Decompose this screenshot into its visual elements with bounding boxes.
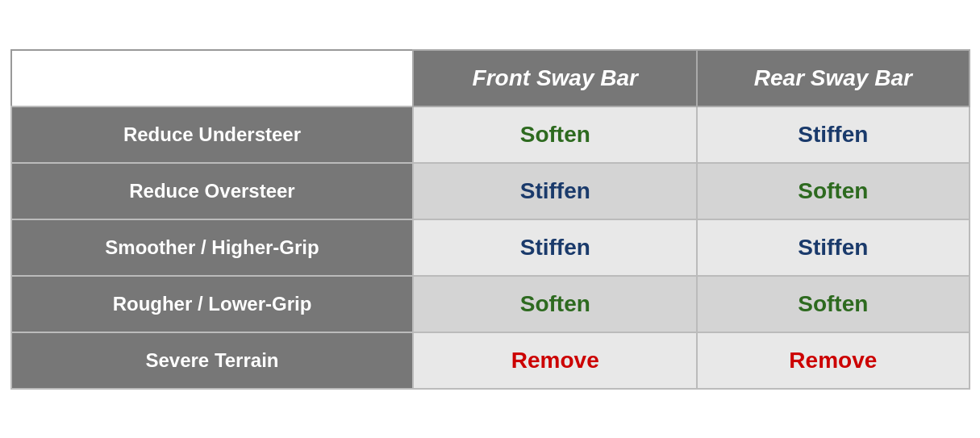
rear-value-text: Stiffen <box>798 122 868 147</box>
rear-value: Soften <box>697 163 969 219</box>
row-label: Rougher / Lower-Grip <box>11 276 414 332</box>
table-row: Reduce OversteerStiffenSoften <box>11 163 970 219</box>
front-value-text: Soften <box>520 122 590 147</box>
table-row: Smoother / Higher-GripStiffenStiffen <box>11 219 970 276</box>
front-value-text: Stiffen <box>520 235 590 260</box>
rear-value-text: Remove <box>789 348 877 373</box>
header-empty-cell <box>11 50 414 106</box>
rear-value-text: Soften <box>798 178 868 203</box>
front-value: Stiffen <box>413 219 697 276</box>
header-front-sway-bar: Front Sway Bar <box>413 50 697 106</box>
table-row: Reduce UndersteerSoftenStiffen <box>11 106 970 163</box>
table-row: Rougher / Lower-GripSoftenSoften <box>11 276 970 332</box>
sway-bar-table: Front Sway Bar Rear Sway Bar Reduce Unde… <box>10 49 970 390</box>
front-value-text: Remove <box>511 348 599 373</box>
front-value-text: Soften <box>520 291 590 316</box>
front-value: Soften <box>413 106 697 163</box>
header-rear-sway-bar: Rear Sway Bar <box>697 50 969 106</box>
row-label: Severe Terrain <box>11 332 414 389</box>
row-label: Smoother / Higher-Grip <box>11 219 414 276</box>
rear-value-text: Stiffen <box>798 235 868 260</box>
table-row: Severe TerrainRemoveRemove <box>11 332 970 389</box>
front-value-text: Stiffen <box>520 178 590 203</box>
rear-value-text: Soften <box>798 291 868 316</box>
front-value: Stiffen <box>413 163 697 219</box>
sway-bar-table-wrapper: Front Sway Bar Rear Sway Bar Reduce Unde… <box>10 49 970 390</box>
front-value: Soften <box>413 276 697 332</box>
row-label: Reduce Oversteer <box>11 163 414 219</box>
rear-value: Soften <box>697 276 969 332</box>
rear-value: Stiffen <box>697 219 969 276</box>
rear-value: Remove <box>697 332 969 389</box>
front-value: Remove <box>413 332 697 389</box>
row-label: Reduce Understeer <box>11 106 414 163</box>
rear-value: Stiffen <box>697 106 969 163</box>
